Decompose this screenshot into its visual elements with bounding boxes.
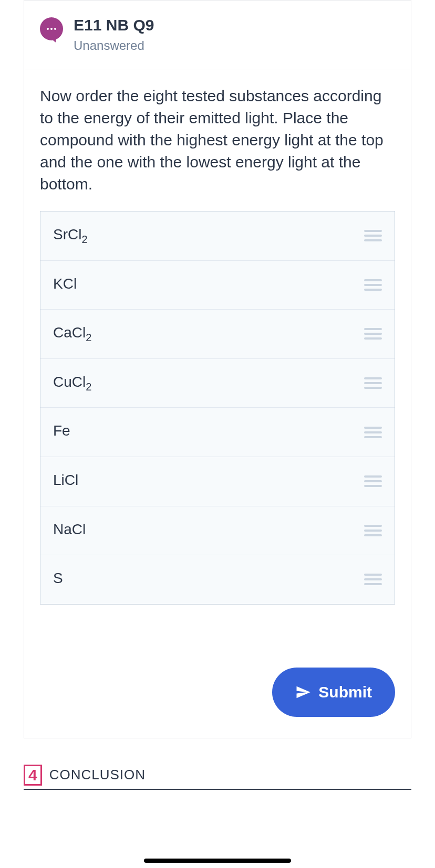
sortable-item-cucl2[interactable]: CuCl2 xyxy=(40,359,395,408)
drag-handle-icon[interactable] xyxy=(364,475,382,487)
item-label: SrCl2 xyxy=(53,226,88,246)
question-card: E11 NB Q9 Unanswered Now order the eight… xyxy=(24,0,411,738)
section-title: CONCLUSION xyxy=(49,767,146,783)
submit-button[interactable]: Submit xyxy=(272,668,395,717)
submit-label: Submit xyxy=(318,683,372,701)
question-title: E11 NB Q9 xyxy=(74,16,154,34)
drag-handle-icon[interactable] xyxy=(364,230,382,241)
question-status: Unanswered xyxy=(74,38,154,53)
home-indicator[interactable] xyxy=(144,859,291,863)
sortable-item-kcl[interactable]: KCl xyxy=(40,261,395,310)
sortable-item-cacl2[interactable]: CaCl2 xyxy=(40,310,395,359)
sortable-item-s[interactable]: S xyxy=(40,555,395,604)
section-number-box: 4 xyxy=(24,765,42,786)
question-body: Now order the eight tested substances ac… xyxy=(24,69,411,738)
section-number: 4 xyxy=(28,766,37,784)
item-label: LiCl xyxy=(53,472,78,491)
sortable-list: SrCl2 KCl CaCl2 CuCl2 xyxy=(40,211,395,605)
item-label: CuCl2 xyxy=(53,374,91,393)
drag-handle-icon[interactable] xyxy=(364,279,382,291)
speech-bubble-icon xyxy=(40,17,63,40)
item-label: KCl xyxy=(53,276,77,295)
send-icon xyxy=(295,684,311,700)
drag-handle-icon[interactable] xyxy=(364,377,382,389)
sortable-item-fe[interactable]: Fe xyxy=(40,408,395,457)
section-header: 4 CONCLUSION xyxy=(24,765,411,790)
item-label: S xyxy=(53,570,63,589)
item-label: Fe xyxy=(53,422,70,442)
drag-handle-icon[interactable] xyxy=(364,574,382,585)
drag-handle-icon[interactable] xyxy=(364,525,382,536)
sortable-item-nacl[interactable]: NaCl xyxy=(40,506,395,556)
item-label: NaCl xyxy=(53,521,86,541)
drag-handle-icon[interactable] xyxy=(364,328,382,340)
drag-handle-icon[interactable] xyxy=(364,427,382,438)
item-label: CaCl2 xyxy=(53,324,91,344)
sortable-item-licl[interactable]: LiCl xyxy=(40,457,395,506)
sortable-item-srcl2[interactable]: SrCl2 xyxy=(40,211,395,261)
question-header: E11 NB Q9 Unanswered xyxy=(24,1,411,69)
question-prompt: Now order the eight tested substances ac… xyxy=(40,85,395,195)
